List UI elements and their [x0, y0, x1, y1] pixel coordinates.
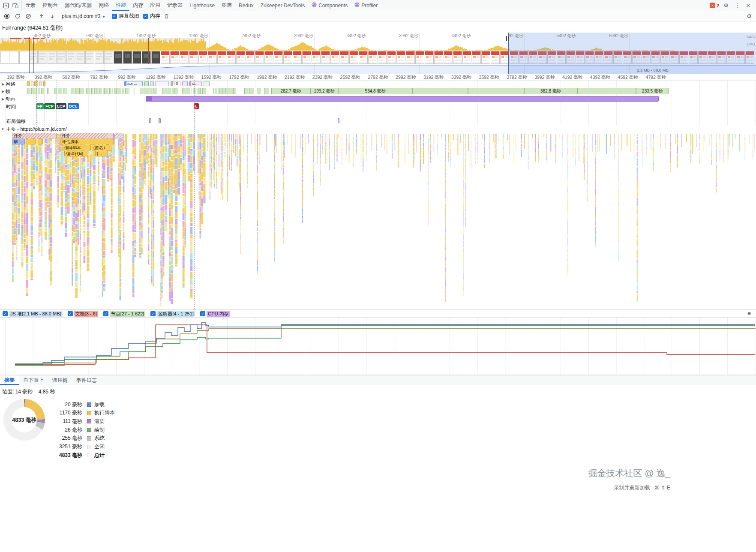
frame-block[interactable]: 282.7 毫秒	[271, 88, 310, 94]
memory-counter-2[interactable]: 节点[27 - 1 622]	[103, 311, 146, 317]
frame-segment[interactable]	[134, 88, 135, 94]
timing-marker-DCL[interactable]: DCL	[68, 103, 79, 109]
network-request[interactable]: oi....	[189, 81, 202, 86]
checkbox-checked-icon[interactable]	[103, 311, 108, 316]
frame-segment[interactable]	[202, 88, 206, 94]
flame-event[interactable]: (...	[95, 151, 108, 156]
frame-segment[interactable]	[116, 88, 121, 94]
network-request[interactable]	[150, 81, 154, 86]
clear-button[interactable]	[24, 12, 33, 21]
frame-segment[interactable]	[86, 88, 90, 94]
garbage-collect-icon[interactable]	[162, 12, 171, 21]
tab-Redux[interactable]: Redux	[235, 0, 257, 11]
network-request[interactable]	[144, 81, 149, 86]
frame-segment[interactable]	[198, 88, 200, 94]
frame-segment[interactable]	[231, 88, 233, 94]
frames-track-content[interactable]: 282.7 毫秒199.2 毫秒534.8 毫秒382.8 毫秒233.5 毫秒	[0, 88, 756, 95]
flame-event[interactable]	[38, 139, 43, 144]
load-profile-icon[interactable]	[37, 12, 46, 21]
frame-segment[interactable]	[218, 88, 219, 94]
network-request[interactable]	[27, 81, 30, 86]
checkbox-checked-icon[interactable]	[200, 311, 205, 316]
animations-track-content[interactable]	[0, 96, 756, 102]
frame-block[interactable]: 233.5 毫秒	[636, 88, 669, 94]
frame-block[interactable]	[412, 88, 468, 94]
frame-segment[interactable]	[172, 88, 174, 94]
memory-counter-3[interactable]: 监听器[4 - 1 251]	[150, 311, 195, 317]
frame-block[interactable]	[468, 88, 524, 94]
frame-segment[interactable]	[144, 88, 149, 94]
close-devtools-icon[interactable]	[744, 1, 753, 10]
frame-segment[interactable]	[99, 88, 102, 94]
memory-counter-1[interactable]: 文档[3 - 6]	[68, 311, 98, 317]
frame-segment[interactable]	[112, 88, 113, 94]
flame-event[interactable]: 任务	[12, 133, 57, 138]
memory-checkbox[interactable]: 内存	[143, 12, 160, 20]
frame-segment[interactable]	[140, 88, 143, 94]
frame-segment[interactable]	[162, 88, 164, 94]
flame-event[interactable]	[115, 133, 123, 138]
tab-Profiler[interactable]: Profiler	[351, 0, 381, 11]
flame-event[interactable]: (匿名)	[92, 145, 112, 150]
layout-shift-event[interactable]	[338, 118, 339, 123]
frame-segment[interactable]	[191, 88, 192, 94]
timeline-overview[interactable]: 492 毫秒992 毫秒1492 毫秒1992 毫秒2492 毫秒2992 毫秒…	[0, 33, 756, 74]
main-thread-header[interactable]: 主要 - https://plus.m.jd.com/	[0, 126, 756, 132]
tab-内存[interactable]: 内存	[129, 0, 147, 11]
tab-Zukeeper DevTools[interactable]: Zukeeper DevTools	[257, 0, 308, 11]
tab-记录器[interactable]: 记录器	[164, 0, 186, 11]
more-options-icon[interactable]	[733, 1, 741, 10]
flame-event[interactable]	[27, 139, 36, 144]
frame-segment[interactable]	[58, 88, 62, 94]
frame-segment[interactable]	[125, 88, 128, 94]
timing-marker-LCP[interactable]: LCP	[56, 103, 66, 109]
network-request[interactable]: f 0	[171, 81, 180, 86]
frame-segment[interactable]	[153, 88, 157, 94]
overview-selection-region[interactable]	[508, 33, 756, 74]
frame-segment[interactable]	[122, 88, 124, 94]
frame-segment[interactable]	[47, 88, 49, 94]
tab-Lighthouse[interactable]: Lighthouse	[186, 0, 218, 11]
memory-counter-0[interactable]: JS 堆[2.1 MB - 88.0 MB]	[3, 311, 63, 317]
frame-segment[interactable]	[103, 88, 104, 94]
frame-segment[interactable]	[225, 88, 231, 94]
frame-segment[interactable]	[109, 88, 112, 94]
frame-segment[interactable]	[79, 88, 84, 94]
frame-segment[interactable]	[114, 88, 115, 94]
frame-segment[interactable]	[186, 88, 190, 94]
timing-marker-FCP[interactable]: FCP	[44, 103, 55, 109]
frame-segment[interactable]	[219, 88, 222, 94]
network-request[interactable]	[204, 81, 210, 86]
frame-segment[interactable]	[150, 88, 153, 94]
checkbox-checked-icon[interactable]	[3, 311, 8, 316]
checkbox-checked-icon[interactable]	[68, 311, 73, 316]
checkbox-checked-icon[interactable]	[150, 311, 156, 316]
tab-控制台[interactable]: 控制台	[39, 0, 61, 11]
memory-counter-4[interactable]: GPU 内存	[200, 311, 230, 317]
tab-元素[interactable]: 元素	[22, 0, 39, 11]
network-request[interactable]	[31, 81, 33, 86]
inspect-element-icon[interactable]	[2, 1, 10, 10]
frame-segment[interactable]	[27, 88, 30, 94]
tab-图层[interactable]: 图层	[218, 0, 235, 11]
flame-event[interactable]: 解…	[12, 139, 25, 144]
frame-segment[interactable]	[168, 88, 172, 94]
frame-block[interactable]: 534.8 毫秒	[338, 88, 412, 94]
collapse-arrow-icon[interactable]	[1, 127, 4, 131]
frame-segment[interactable]	[38, 88, 41, 94]
record-button[interactable]	[3, 12, 11, 21]
frame-segment[interactable]	[200, 88, 201, 94]
frame-segment[interactable]	[249, 88, 254, 94]
animation-bar[interactable]	[146, 96, 659, 102]
flame-event[interactable]: 评估脚本	[60, 139, 114, 144]
drawer-tab-事件日志[interactable]: 事件日志	[72, 375, 101, 385]
frame-segment[interactable]	[165, 88, 167, 94]
error-count-badge[interactable]: 2	[710, 3, 719, 8]
drawer-tab-摘要[interactable]: 摘要	[0, 375, 19, 385]
layout-shifts-track-content[interactable]	[0, 118, 756, 123]
tab-应用[interactable]: 应用	[147, 0, 164, 11]
settings-gear-icon[interactable]	[722, 1, 730, 10]
tab-Components[interactable]: Components	[308, 0, 351, 11]
frame-segment[interactable]	[174, 88, 178, 94]
network-track-content[interactable]: api ...f 0oi....	[0, 81, 756, 87]
